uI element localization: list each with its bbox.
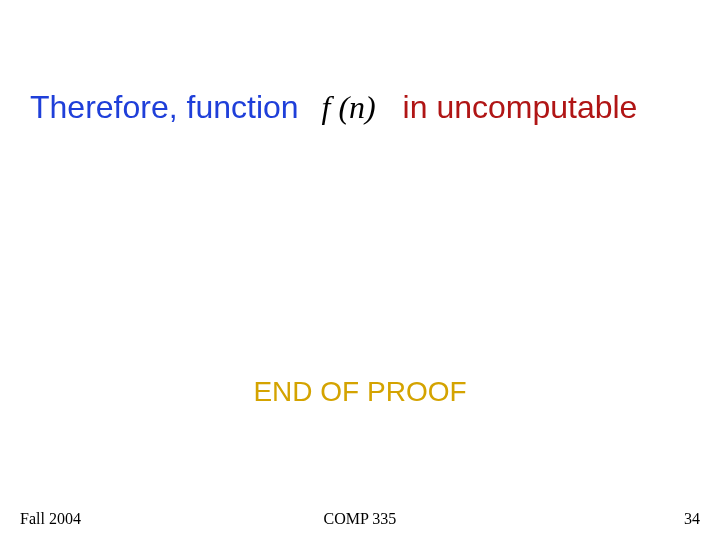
footer-center: COMP 335 [0,510,720,528]
end-of-proof: END OF PROOF [0,376,720,408]
headline-math: f (n) [307,89,393,125]
footer-right: 34 [684,510,700,528]
slide: Therefore, function f (n) in uncomputabl… [0,0,720,540]
headline-suffix: in uncomputable [403,89,638,125]
headline: Therefore, function f (n) in uncomputabl… [30,88,690,126]
headline-prefix: Therefore, function [30,89,299,125]
footer: Fall 2004 COMP 335 34 [0,504,720,528]
